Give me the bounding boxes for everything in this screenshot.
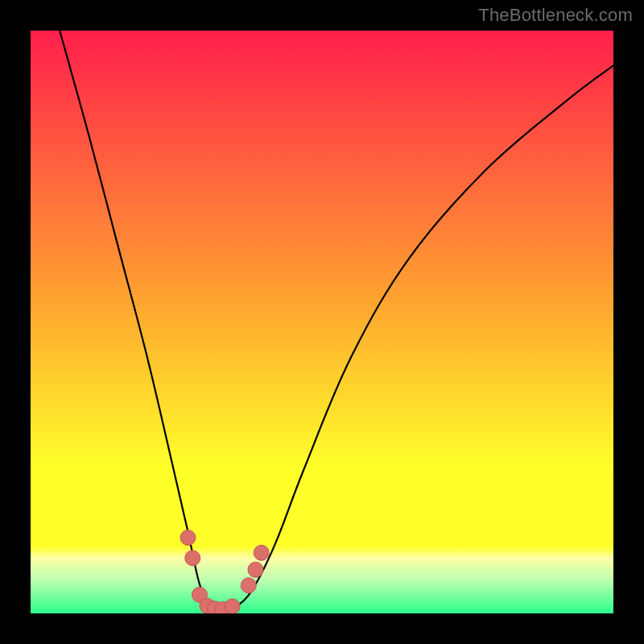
curve-marker: [254, 545, 269, 560]
curve-marker: [185, 551, 200, 566]
outer-frame: TheBottleneck.com: [0, 0, 644, 644]
curve-markers: [180, 530, 269, 613]
attribution-text: TheBottleneck.com: [478, 5, 633, 26]
curve-marker: [225, 599, 240, 613]
curve-marker: [248, 562, 263, 577]
curve-marker: [180, 530, 196, 545]
plot-area: [31, 31, 613, 613]
bottleneck-curve: [31, 31, 613, 613]
curve-marker: [241, 578, 256, 593]
